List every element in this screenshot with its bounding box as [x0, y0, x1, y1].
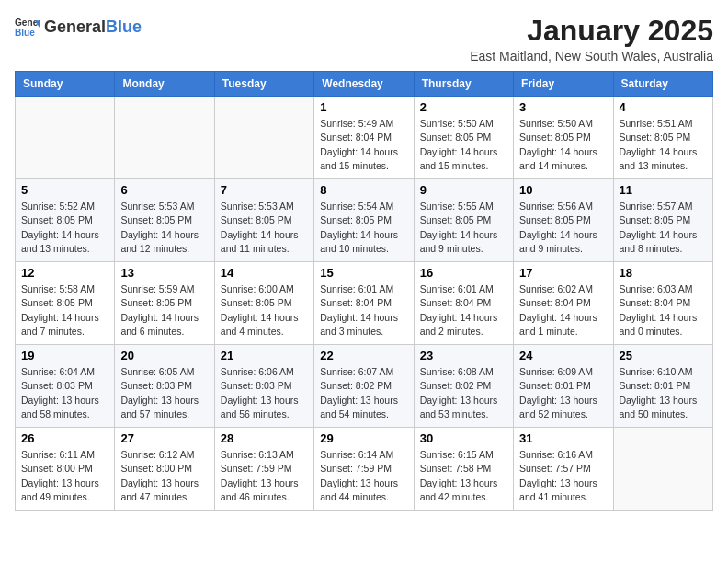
day-number: 9: [420, 183, 507, 197]
weekday-header-friday: Friday: [514, 72, 613, 97]
day-info: Sunrise: 6:05 AM Sunset: 8:03 PM Dayligh…: [120, 365, 208, 421]
calendar-cell: 10Sunrise: 5:56 AM Sunset: 8:05 PM Dayli…: [514, 179, 613, 262]
calendar-cell: 14Sunrise: 6:00 AM Sunset: 8:05 PM Dayli…: [214, 262, 313, 345]
day-info: Sunrise: 6:03 AM Sunset: 8:04 PM Dayligh…: [620, 282, 707, 339]
day-number: 26: [21, 431, 108, 445]
day-number: 13: [120, 266, 208, 280]
day-number: 2: [420, 100, 507, 114]
calendar-week-1: 1Sunrise: 5:49 AM Sunset: 8:04 PM Daylig…: [16, 97, 713, 179]
weekday-header-wednesday: Wednesday: [314, 72, 414, 97]
day-number: 7: [221, 183, 308, 197]
svg-text:Blue: Blue: [15, 28, 35, 38]
day-number: 20: [120, 349, 208, 362]
day-info: Sunrise: 5:49 AM Sunset: 8:04 PM Dayligh…: [320, 117, 407, 173]
calendar-cell: 30Sunrise: 6:15 AM Sunset: 7:58 PM Dayli…: [414, 428, 513, 511]
day-info: Sunrise: 6:01 AM Sunset: 8:04 PM Dayligh…: [320, 282, 407, 339]
calendar-cell: 31Sunrise: 6:16 AM Sunset: 7:57 PM Dayli…: [514, 428, 613, 511]
calendar-cell: 27Sunrise: 6:12 AM Sunset: 8:00 PM Dayli…: [115, 428, 214, 511]
calendar-cell: [16, 97, 115, 179]
calendar-cell: 1Sunrise: 5:49 AM Sunset: 8:04 PM Daylig…: [314, 97, 414, 179]
calendar-cell: 5Sunrise: 5:52 AM Sunset: 8:05 PM Daylig…: [16, 179, 115, 262]
day-info: Sunrise: 5:59 AM Sunset: 8:05 PM Dayligh…: [120, 282, 208, 339]
calendar-cell: 4Sunrise: 5:51 AM Sunset: 8:05 PM Daylig…: [613, 97, 712, 179]
calendar-cell: [613, 428, 712, 511]
calendar-cell: [214, 97, 313, 179]
day-number: 31: [519, 431, 607, 445]
day-number: 23: [420, 349, 507, 362]
logo-icon: General Blue: [15, 15, 40, 40]
day-number: 6: [120, 183, 208, 197]
day-number: 17: [519, 266, 607, 280]
calendar-week-3: 12Sunrise: 5:58 AM Sunset: 8:05 PM Dayli…: [16, 262, 713, 345]
day-number: 11: [620, 183, 707, 197]
calendar-cell: 13Sunrise: 5:59 AM Sunset: 8:05 PM Dayli…: [115, 262, 214, 345]
calendar-cell: 21Sunrise: 6:06 AM Sunset: 8:03 PM Dayli…: [214, 345, 313, 428]
day-info: Sunrise: 6:00 AM Sunset: 8:05 PM Dayligh…: [221, 282, 308, 339]
calendar-cell: 15Sunrise: 6:01 AM Sunset: 8:04 PM Dayli…: [314, 262, 414, 345]
calendar-table: SundayMondayTuesdayWednesdayThursdayFrid…: [15, 71, 713, 511]
day-number: 1: [320, 100, 407, 114]
weekday-header-monday: Monday: [115, 72, 214, 97]
weekday-header-saturday: Saturday: [613, 72, 712, 97]
location-subtitle: East Maitland, New South Wales, Australi…: [470, 49, 713, 63]
calendar-cell: [115, 97, 214, 179]
calendar-cell: 29Sunrise: 6:14 AM Sunset: 7:59 PM Dayli…: [314, 428, 414, 511]
calendar-cell: 26Sunrise: 6:11 AM Sunset: 8:00 PM Dayli…: [16, 428, 115, 511]
day-info: Sunrise: 6:02 AM Sunset: 8:04 PM Dayligh…: [519, 282, 607, 339]
calendar-cell: 23Sunrise: 6:08 AM Sunset: 8:02 PM Dayli…: [414, 345, 513, 428]
weekday-header-sunday: Sunday: [16, 72, 115, 97]
calendar-cell: 11Sunrise: 5:57 AM Sunset: 8:05 PM Dayli…: [613, 179, 712, 262]
day-info: Sunrise: 6:13 AM Sunset: 7:59 PM Dayligh…: [221, 448, 308, 504]
day-info: Sunrise: 6:04 AM Sunset: 8:03 PM Dayligh…: [21, 365, 108, 421]
day-number: 24: [519, 349, 607, 362]
calendar-cell: 9Sunrise: 5:55 AM Sunset: 8:05 PM Daylig…: [414, 179, 513, 262]
calendar-week-4: 19Sunrise: 6:04 AM Sunset: 8:03 PM Dayli…: [16, 345, 713, 428]
day-number: 10: [519, 183, 607, 197]
calendar-week-2: 5Sunrise: 5:52 AM Sunset: 8:05 PM Daylig…: [16, 179, 713, 262]
calendar-cell: 19Sunrise: 6:04 AM Sunset: 8:03 PM Dayli…: [16, 345, 115, 428]
day-info: Sunrise: 5:58 AM Sunset: 8:05 PM Dayligh…: [21, 282, 108, 339]
day-number: 22: [320, 349, 407, 362]
day-info: Sunrise: 6:06 AM Sunset: 8:03 PM Dayligh…: [221, 365, 308, 421]
page-header: General Blue GeneralBlue January 2025 Ea…: [15, 15, 713, 63]
day-number: 3: [519, 100, 607, 114]
day-number: 19: [21, 349, 108, 362]
day-info: Sunrise: 6:08 AM Sunset: 8:02 PM Dayligh…: [420, 365, 507, 421]
day-info: Sunrise: 5:53 AM Sunset: 8:05 PM Dayligh…: [120, 200, 208, 256]
day-number: 21: [221, 349, 308, 362]
calendar-cell: 17Sunrise: 6:02 AM Sunset: 8:04 PM Dayli…: [514, 262, 613, 345]
day-number: 8: [320, 183, 407, 197]
logo-blue-text: Blue: [106, 17, 142, 36]
calendar-cell: 7Sunrise: 5:53 AM Sunset: 8:05 PM Daylig…: [214, 179, 313, 262]
weekday-header-thursday: Thursday: [414, 72, 513, 97]
day-info: Sunrise: 6:12 AM Sunset: 8:00 PM Dayligh…: [120, 448, 208, 504]
day-number: 12: [21, 266, 108, 280]
calendar-cell: 18Sunrise: 6:03 AM Sunset: 8:04 PM Dayli…: [613, 262, 712, 345]
calendar-cell: 8Sunrise: 5:54 AM Sunset: 8:05 PM Daylig…: [314, 179, 414, 262]
logo-general-text: General: [44, 17, 106, 36]
day-number: 16: [420, 266, 507, 280]
day-info: Sunrise: 5:57 AM Sunset: 8:05 PM Dayligh…: [620, 200, 707, 256]
day-number: 25: [620, 349, 707, 362]
weekday-header-tuesday: Tuesday: [214, 72, 313, 97]
day-info: Sunrise: 5:56 AM Sunset: 8:05 PM Dayligh…: [519, 200, 607, 256]
day-number: 15: [320, 266, 407, 280]
title-block: January 2025 East Maitland, New South Wa…: [470, 15, 713, 63]
calendar-cell: 22Sunrise: 6:07 AM Sunset: 8:02 PM Dayli…: [314, 345, 414, 428]
day-number: 28: [221, 431, 308, 445]
calendar-week-5: 26Sunrise: 6:11 AM Sunset: 8:00 PM Dayli…: [16, 428, 713, 511]
day-number: 27: [120, 431, 208, 445]
day-number: 5: [21, 183, 108, 197]
day-info: Sunrise: 5:53 AM Sunset: 8:05 PM Dayligh…: [221, 200, 308, 256]
day-info: Sunrise: 6:14 AM Sunset: 7:59 PM Dayligh…: [320, 448, 407, 504]
calendar-cell: 12Sunrise: 5:58 AM Sunset: 8:05 PM Dayli…: [16, 262, 115, 345]
day-info: Sunrise: 5:50 AM Sunset: 8:05 PM Dayligh…: [420, 117, 507, 173]
day-number: 14: [221, 266, 308, 280]
day-info: Sunrise: 5:54 AM Sunset: 8:05 PM Dayligh…: [320, 200, 407, 256]
day-info: Sunrise: 6:15 AM Sunset: 7:58 PM Dayligh…: [420, 448, 507, 504]
day-info: Sunrise: 6:11 AM Sunset: 8:00 PM Dayligh…: [21, 448, 108, 504]
day-info: Sunrise: 5:52 AM Sunset: 8:05 PM Dayligh…: [21, 200, 108, 256]
calendar-cell: 6Sunrise: 5:53 AM Sunset: 8:05 PM Daylig…: [115, 179, 214, 262]
day-number: 30: [420, 431, 507, 445]
day-info: Sunrise: 6:16 AM Sunset: 7:57 PM Dayligh…: [519, 448, 607, 504]
